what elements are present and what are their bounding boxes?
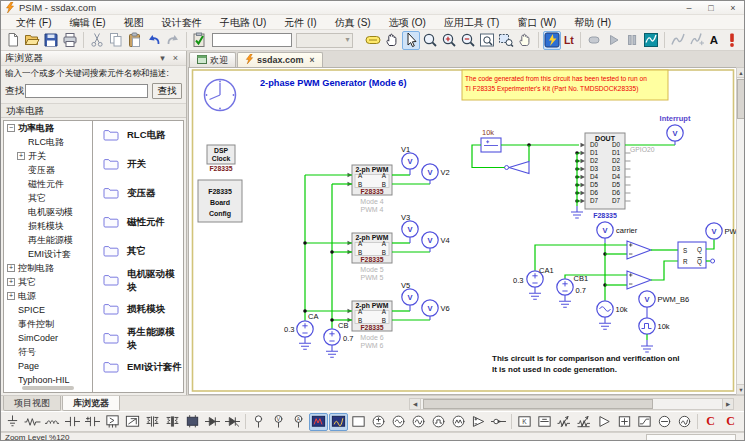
tree-item[interactable]: 再生能源模 (4, 233, 92, 247)
runtime-marker-icon[interactable] (723, 31, 741, 50)
wire-label-icon[interactable] (364, 31, 382, 50)
opamp-icon[interactable] (469, 413, 488, 431)
library-search-input[interactable] (25, 84, 148, 98)
menu-item[interactable]: 子电路 (U) (211, 15, 276, 30)
open-file-icon[interactable] (23, 31, 41, 50)
undo-icon[interactable] (145, 31, 163, 50)
library-folder-item[interactable]: 损耗模块 (93, 295, 183, 324)
pot-icon[interactable] (555, 413, 574, 431)
machine-block-icon[interactable] (183, 413, 202, 431)
ground-symbol[interactable] (641, 340, 653, 352)
expand-icon[interactable]: + (7, 278, 15, 286)
tree-item[interactable]: 事件控制 (4, 317, 92, 331)
tree-item[interactable]: SimCoder (4, 331, 92, 345)
menu-item[interactable]: 选项 (O) (380, 15, 435, 30)
square-source[interactable] (639, 318, 655, 334)
cut-icon[interactable] (88, 31, 106, 50)
find-button[interactable]: 查找 (152, 83, 182, 99)
tree-item[interactable]: 电机驱动模 (4, 205, 92, 219)
menu-item[interactable]: 编辑 (E) (61, 15, 115, 30)
collapse-icon[interactable]: − (7, 124, 15, 132)
tree-item[interactable]: −功率电路 (4, 121, 92, 135)
inverter-gate[interactable] (509, 162, 529, 174)
ground-symbol[interactable] (571, 206, 583, 218)
tree-item[interactable]: RLC电路 (4, 135, 92, 149)
library-folder-item[interactable]: EMI设计套件 (93, 353, 183, 382)
horizontal-scrollbar[interactable]: ◀ ▶ (409, 398, 734, 410)
source-triangle-icon[interactable] (449, 413, 468, 431)
round-block-1-icon[interactable] (655, 413, 674, 431)
ltspice-icon[interactable]: Lt (562, 31, 576, 50)
transfer-function-icon[interactable] (535, 413, 554, 431)
scroll-up-icon[interactable]: ▲ (737, 68, 745, 78)
thyristor-icon[interactable] (223, 413, 242, 431)
zoom-area-icon[interactable] (497, 31, 515, 50)
script-tool-icon[interactable] (688, 31, 706, 50)
source-sine-icon[interactable] (409, 413, 428, 431)
footer-text[interactable]: This circuit is for comparison and verif… (492, 354, 680, 363)
vertical-scrollbar[interactable]: ▲ ▼ (736, 67, 745, 395)
run-animation-icon[interactable] (604, 31, 622, 50)
menu-item[interactable]: 设计套件 (153, 15, 211, 30)
zoom-in-icon[interactable] (440, 31, 458, 50)
horizontal-scrollbar-thumb[interactable] (423, 399, 653, 409)
library-folder-item[interactable]: 电机驱动模块 (93, 266, 183, 295)
menu-item[interactable]: 窗口 (W) (508, 15, 565, 30)
summer-icon[interactable] (615, 413, 634, 431)
tab-close-icon[interactable]: × (310, 55, 315, 65)
limiter-icon[interactable] (635, 413, 654, 431)
ground-symbol[interactable] (599, 317, 611, 329)
expand-icon[interactable]: + (7, 292, 15, 300)
footer-text[interactable]: It is not used in code generation. (492, 365, 617, 374)
library-panel-header[interactable]: 库浏览器 ▾ × (1, 51, 186, 66)
tree-item[interactable]: Page (4, 359, 92, 373)
library-folder-item[interactable]: RLC电路 (93, 121, 183, 150)
current-probe-icon[interactable]: A (289, 413, 308, 431)
c-script-icon[interactable]: C (701, 413, 720, 431)
menu-item[interactable]: 帮助 (H) (565, 15, 620, 30)
ground-symbol[interactable] (326, 345, 338, 357)
library-folder-item[interactable]: 开关 (93, 150, 183, 179)
simview-icon[interactable] (642, 31, 660, 50)
scroll-left-icon[interactable]: ◀ (410, 399, 421, 409)
pan-icon[interactable] (383, 31, 401, 50)
stop-simulation-icon[interactable] (585, 31, 603, 50)
save-file-icon[interactable] (42, 31, 60, 50)
schematic[interactable]: 2-phase PWM Generator (Mode 6)The code g… (189, 68, 736, 395)
subcircuit-icon[interactable] (349, 413, 368, 431)
library-folder-item[interactable]: 变压器 (93, 179, 183, 208)
capacitor-polar-icon[interactable] (83, 413, 102, 431)
tree-scrollbar-thumb[interactable] (22, 386, 74, 390)
c-script-2-icon[interactable]: C (721, 413, 740, 431)
menu-item[interactable]: 应用工具 (T) (435, 15, 509, 30)
tree-item[interactable]: +电源 (4, 289, 92, 303)
toolbar-combo[interactable]: ▾ (296, 33, 352, 48)
tree-item[interactable]: +其它 (4, 275, 92, 289)
print-icon[interactable] (61, 31, 79, 50)
panel-tab-library-browser[interactable]: 库浏览器 (62, 396, 120, 411)
zoom-fit-icon[interactable] (478, 31, 496, 50)
inductor-icon[interactable] (43, 413, 62, 431)
quick-search-input[interactable] (212, 33, 292, 47)
buffer-icon[interactable] (595, 413, 614, 431)
maximize-button[interactable]: □ (700, 1, 722, 15)
resistor-icon[interactable] (23, 413, 42, 431)
tree-item[interactable]: Typhoon-HIL (4, 373, 92, 387)
zoom-out-icon[interactable] (459, 31, 477, 50)
ground-symbol[interactable] (559, 295, 571, 307)
scroll-down-icon[interactable]: ▼ (737, 384, 745, 394)
library-folder-item[interactable]: 磁性元件 (93, 208, 183, 237)
tree-item[interactable]: +开关 (4, 149, 92, 163)
redo-icon[interactable] (164, 31, 182, 50)
new-file-icon[interactable] (4, 31, 22, 50)
menu-item[interactable]: 文件 (F) (7, 15, 61, 30)
delay-block[interactable] (481, 138, 501, 152)
check-netlist-icon[interactable] (190, 31, 208, 50)
pause-simulation-icon[interactable] (623, 31, 641, 50)
minimize-button[interactable]: – (678, 1, 700, 15)
voltage-probe-icon[interactable]: V (269, 413, 288, 431)
source-dc-icon[interactable] (369, 413, 388, 431)
tree-item[interactable]: 其它 (4, 191, 92, 205)
ground-symbol[interactable] (529, 287, 541, 299)
paste-icon[interactable] (126, 31, 144, 50)
